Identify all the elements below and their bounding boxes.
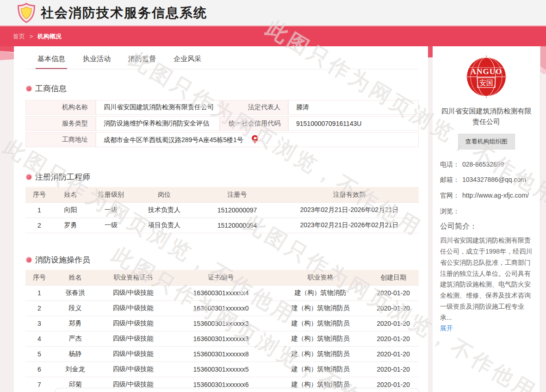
credit-code-label: 统一社会信用代码 <box>220 116 288 131</box>
cell: 四级/中级技能 <box>97 301 169 316</box>
tab-company-showcase[interactable]: 企业风采 <box>172 53 203 69</box>
website-value[interactable]: http://www.ag-xfjc.com/ <box>462 191 533 201</box>
main-content-card: 基本信息 执业活动 消防监督 企业风采 工商信息 机构名称 四川省安国建筑消防检… <box>14 46 428 392</box>
cell: 2020-01-20 <box>368 316 419 331</box>
cell: 四级/中级技能 <box>97 331 169 347</box>
app-title: 社会消防技术服务信息系统 <box>41 4 207 22</box>
cell: 5 <box>25 347 53 362</box>
col-header: 职业资格证书 <box>97 270 169 286</box>
section-bullet-icon <box>26 174 31 180</box>
table-header-row: 序号 姓名 职业资格证书 证书编号 职业资格 创建日期 <box>25 270 419 286</box>
org-name-value: 四川省安国建筑消防检测有限责任公司 <box>96 100 220 115</box>
tab-basic-info[interactable]: 基本信息 <box>36 53 67 69</box>
website-label: 官网： <box>440 191 462 201</box>
col-header: 姓名 <box>53 187 88 203</box>
cell: 四级/中级技能 <box>97 286 169 301</box>
col-header: 职业资格 <box>273 270 368 286</box>
tab-fire-supervision[interactable]: 消防监督 <box>126 53 158 69</box>
table-row: 服务类型 消防设施维护保养检测/消防安全评估 统一社会信用代码 91510000… <box>25 116 419 131</box>
cell: 四级/中级技能 <box>97 347 169 362</box>
cell: 2020-01-20 <box>368 301 419 316</box>
table-row: 2 罗勇 一级 项目负责人 15120000094 2023年02月21日-20… <box>25 218 419 233</box>
section-registered-engineers: 注册消防工程师 <box>26 172 419 182</box>
col-header: 姓名 <box>53 270 97 286</box>
service-type-label: 服务类型 <box>25 116 96 131</box>
cell: 项目负责人 <box>134 218 194 233</box>
table-row: 2 段义 四级/中级技能 163600301xxxxxx0 建（构）筑物消防员 … <box>25 301 419 316</box>
tab-bar: 基本信息 执业活动 消防监督 企业风采 <box>25 53 419 69</box>
table-row: 6 刘金龙 四级/中级技能 153600301xxxxxx5 建（构）筑物消防员… <box>25 362 419 377</box>
company-profile-title: 公司简介： <box>440 222 533 231</box>
org-name-label: 机构名称 <box>25 100 96 115</box>
email-value: 1034327886@qq.com <box>462 175 533 185</box>
company-name: 四川省安国建筑消防检测有限责任公司 <box>440 106 533 127</box>
cell: 建（构）筑物消防员 <box>273 316 368 331</box>
phone-value: 028-86532899 <box>462 160 533 170</box>
service-type-value: 消防设施维护保养检测/消防安全评估 <box>96 116 220 131</box>
cell: 153600301xxxxxx8 <box>169 347 273 362</box>
breadcrumb: 首页 > 机构概况 <box>13 32 62 41</box>
phone-label: 电话： <box>440 160 462 170</box>
cell: 建（构）筑物消防员 <box>273 331 368 347</box>
table-header-row: 序号 姓名 注册级别 岗位 注册号 注册有效期 <box>25 187 419 203</box>
map-pin-icon[interactable] <box>252 135 258 145</box>
cell: 刘金龙 <box>53 362 97 377</box>
app-header: 社会消防技术服务信息系统 <box>0 0 546 25</box>
breadcrumb-current: 机构概况 <box>37 33 62 40</box>
section-bullet-icon <box>26 86 31 91</box>
cell: 2023年02月21日-2026年02月21日 <box>280 203 419 218</box>
view-org-chart-button[interactable]: 查看机构组织图 <box>458 134 515 149</box>
cell: 杨静 <box>53 347 97 362</box>
views-label: 浏览： <box>440 206 462 217</box>
cell: 163600301xxxxxx0 <box>169 301 273 316</box>
address-text: 成都市金牛区羊西线蜀汉路289号A座45栋5楼1号 <box>104 136 243 143</box>
table-row: 3 郑勇 四级/中级技能 153600301xxxxxx3 建（构）筑物消防员 … <box>25 316 419 331</box>
section-title-text: 工商信息 <box>35 83 67 94</box>
legal-rep-value: 滕涛 <box>288 100 419 115</box>
views-value <box>462 206 533 217</box>
operators-table: 序号 姓名 职业资格证书 证书编号 职业资格 创建日期 1 张春洪 四级/中级技… <box>25 270 419 392</box>
table-row: 1 张春洪 四级/中级技能 163600301xxxxxx4 建（构）筑物消防 … <box>25 286 419 301</box>
tab-practice-activity[interactable]: 执业活动 <box>81 53 112 69</box>
breadcrumb-band: 首页 > 机构概况 <box>0 25 546 46</box>
cell: 郑勇 <box>53 316 97 331</box>
company-profile-text: 四川省安国建筑消防检测有限责任公司，成立于1998年，经四川省公安消防总队批准，… <box>440 235 533 323</box>
cell: 张春洪 <box>53 286 97 301</box>
cell: 2020-01-20 <box>368 362 419 377</box>
email-label: 邮箱： <box>440 175 462 185</box>
cell: 1 <box>25 203 53 218</box>
col-header: 证书编号 <box>169 270 273 286</box>
contact-info: 电话： 028-86532899 邮箱： 1034327886@qq.com 官… <box>440 160 533 217</box>
logo-text-cn: 安国 <box>479 79 493 87</box>
col-header: 序号 <box>25 187 53 203</box>
cell: 2020-01-20 <box>368 331 419 347</box>
col-header: 创建日期 <box>368 270 419 286</box>
cell: 2 <box>25 218 53 233</box>
cell: 3 <box>25 316 53 331</box>
cell: 163600301xxxxxx3 <box>169 331 273 347</box>
breadcrumb-home-link[interactable]: 首页 <box>13 33 25 40</box>
cell: 罗勇 <box>53 218 88 233</box>
cell: 段义 <box>53 301 97 316</box>
cell: 建（构）筑物消防员 <box>273 347 368 362</box>
cell: 163600301xxxxxx4 <box>169 286 273 301</box>
table-row: 机构名称 四川省安国建筑消防检测有限责任公司 法定代表人 滕涛 <box>25 100 419 115</box>
cell: 向阳 <box>53 203 88 218</box>
section-bullet-icon <box>26 257 31 262</box>
cell: 2 <box>25 301 53 316</box>
section-business-info: 工商信息 <box>26 83 419 94</box>
cell: 15120000097 <box>194 203 280 218</box>
cell: 2023年02月21日-2026年02月21日 <box>280 218 419 233</box>
cell: 一级 <box>88 218 134 233</box>
cell: 建（构）筑物消防 <box>273 286 368 301</box>
views-line: 浏览： <box>440 206 533 217</box>
cell: 2020-01-20 <box>368 347 419 362</box>
cell: 建（构）筑物消防员 <box>273 362 368 377</box>
email-line: 邮箱： 1034327886@qq.com <box>440 175 533 185</box>
cell: 15120000094 <box>194 218 280 233</box>
table-row: 5 杨静 四级/中级技能 153600301xxxxxx8 建（构）筑物消防员 … <box>25 347 419 362</box>
expand-link[interactable]: 展开 <box>440 324 453 333</box>
pagination-box-cutoff <box>55 388 419 392</box>
logo-text-en: ANGUO <box>471 67 502 76</box>
cell: 4 <box>25 331 53 347</box>
